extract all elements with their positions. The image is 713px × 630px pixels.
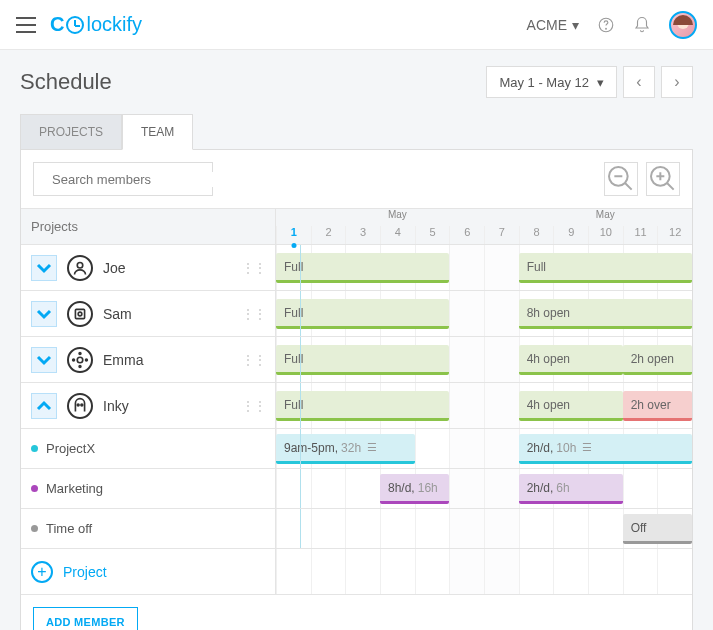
bar-label: 8h open [527, 306, 570, 320]
workspace-name: ACME [527, 17, 567, 33]
member-row: Sam⋮⋮Full8h open [21, 291, 692, 337]
logo[interactable]: Clockify [50, 13, 142, 36]
expand-button[interactable] [31, 255, 57, 281]
schedule-bar[interactable]: 2h/d, 6h [519, 474, 623, 504]
schedule-bar[interactable]: Full [276, 345, 449, 375]
schedule-bar[interactable]: 2h/d, 10h☰ [519, 434, 692, 464]
schedule-bar[interactable]: 4h open [519, 391, 623, 421]
timeline[interactable]: 8h/d, 16h2h/d, 6h [276, 469, 692, 508]
schedule-bar[interactable]: 4h open [519, 345, 623, 375]
bar-label: 4h open [527, 352, 570, 366]
timeline-empty [276, 549, 692, 594]
bell-icon[interactable] [633, 16, 651, 34]
date-range-picker[interactable]: May 1 - May 12 ▾ [486, 66, 617, 98]
bar-sublabel: 16h [418, 481, 438, 495]
member-side: Emma⋮⋮ [21, 337, 276, 382]
note-icon: ☰ [582, 441, 592, 454]
help-icon[interactable] [597, 16, 615, 34]
bar-label: Off [631, 521, 647, 535]
today-line [300, 509, 301, 548]
timeline[interactable]: Off [276, 509, 692, 548]
schedule-bar[interactable]: Full [276, 391, 449, 421]
timeline[interactable]: FullFull [276, 245, 692, 290]
plus-icon: + [31, 561, 53, 583]
svg-point-10 [79, 365, 81, 367]
expand-button[interactable] [31, 347, 57, 373]
schedule-bar[interactable]: Off [623, 514, 692, 544]
svg-point-12 [86, 359, 88, 361]
timeline[interactable]: Full4h open2h over [276, 383, 692, 428]
schedule-bar[interactable]: 2h over [623, 391, 692, 421]
bar-label: Full [527, 260, 546, 274]
workspace-dropdown[interactable]: ACME ▾ [527, 17, 579, 33]
member-icon [67, 301, 93, 327]
side-header: Projects [21, 209, 276, 244]
chevron-down-icon: ▾ [572, 17, 579, 33]
svg-point-11 [73, 359, 75, 361]
schedule-bar[interactable]: Full [276, 253, 449, 283]
bar-label: 4h open [527, 398, 570, 412]
next-button[interactable]: › [661, 66, 693, 98]
svg-point-13 [77, 404, 79, 406]
drag-handle[interactable]: ⋮⋮ [241, 398, 265, 414]
today-line [300, 291, 301, 336]
menu-icon[interactable] [16, 17, 36, 33]
expand-button[interactable] [31, 301, 57, 327]
search-input[interactable] [33, 162, 213, 196]
avatar[interactable] [669, 11, 697, 39]
timeline[interactable]: 9am-5pm, 32h☰2h/d, 10h☰ [276, 429, 692, 468]
prev-button[interactable]: ‹ [623, 66, 655, 98]
timeline[interactable]: Full8h open [276, 291, 692, 336]
add-project-button[interactable]: + Project [21, 549, 276, 594]
grid-bg [276, 469, 692, 508]
project-side: ProjectX [21, 429, 276, 468]
schedule-bar[interactable]: 9am-5pm, 32h☰ [276, 434, 415, 464]
project-name: Marketing [46, 481, 103, 496]
member-name: Inky [103, 398, 129, 414]
schedule-bar[interactable]: Full [519, 253, 692, 283]
member-row: Joe⋮⋮FullFull [21, 245, 692, 291]
drag-handle[interactable]: ⋮⋮ [241, 260, 265, 276]
page-title: Schedule [20, 69, 112, 95]
zoom-out-button[interactable] [604, 162, 638, 196]
tab-projects[interactable]: PROJECTS [20, 114, 122, 149]
svg-point-1 [606, 28, 607, 29]
chevron-down-icon: ▾ [597, 75, 604, 90]
today-line [300, 337, 301, 382]
project-name: ProjectX [46, 441, 95, 456]
month-label: May [519, 209, 692, 225]
member-row: Emma⋮⋮Full4h open2h open [21, 337, 692, 383]
member-name: Emma [103, 352, 143, 368]
schedule-bar[interactable]: 8h open [519, 299, 692, 329]
drag-handle[interactable]: ⋮⋮ [241, 306, 265, 322]
member-row: Inky⋮⋮Full4h open2h over [21, 383, 692, 429]
search-field[interactable] [52, 172, 220, 187]
zoom-in-button[interactable] [646, 162, 680, 196]
svg-point-9 [79, 352, 81, 354]
drag-handle[interactable]: ⋮⋮ [241, 352, 265, 368]
add-member-button[interactable]: ADD MEMBER [33, 607, 138, 630]
today-line [300, 245, 301, 290]
day-header: 4 [380, 226, 415, 244]
schedule-bar[interactable]: 2h open [623, 345, 692, 375]
svg-point-7 [78, 312, 82, 316]
logo-c: C [50, 13, 64, 36]
project-row: Time offOff [21, 509, 692, 549]
toolbar [21, 150, 692, 208]
bar-label: 2h over [631, 398, 671, 412]
svg-point-8 [77, 357, 83, 363]
day-header: 11 [623, 226, 658, 244]
tab-team[interactable]: TEAM [122, 114, 193, 150]
schedule-bar[interactable]: 8h/d, 16h [380, 474, 449, 504]
page-header: Schedule May 1 - May 12 ▾ ‹ › [0, 50, 713, 114]
today-line [300, 383, 301, 428]
timeline[interactable]: Full4h open2h open [276, 337, 692, 382]
bar-label: 9am-5pm, [284, 441, 338, 455]
bar-label: 2h/d, [527, 441, 554, 455]
project-color-dot [31, 525, 38, 532]
day-header: 2 [311, 226, 346, 244]
collapse-button[interactable] [31, 393, 57, 419]
project-color-dot [31, 485, 38, 492]
schedule-bar[interactable]: Full [276, 299, 449, 329]
day-header: 6 [449, 226, 484, 244]
